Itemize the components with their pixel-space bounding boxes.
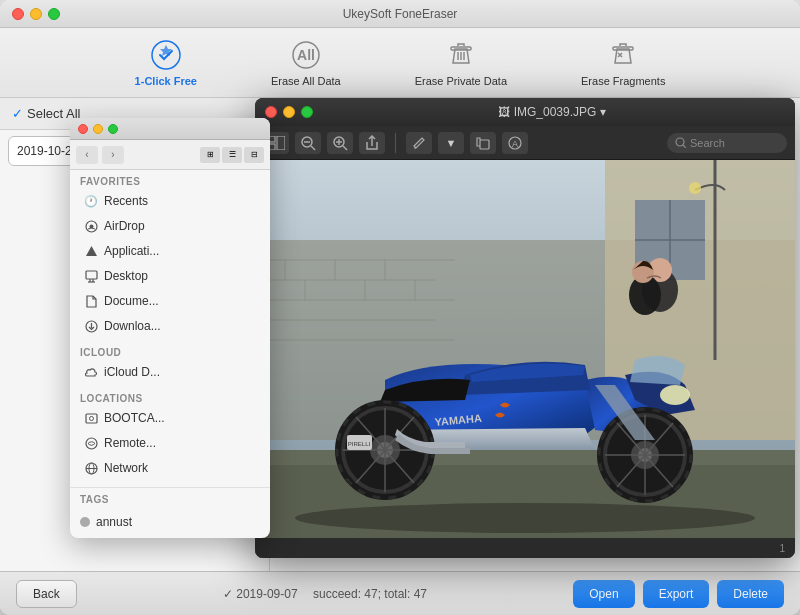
title-bar: UkeySoft FoneEraser — [0, 0, 800, 28]
svg-point-46 — [676, 138, 684, 146]
svg-rect-43 — [480, 140, 489, 149]
locations-section: Locations BOOTCA... Remote... — [70, 387, 270, 483]
delete-button[interactable]: Delete — [717, 580, 784, 608]
bottom-bar: Back ✓ 2019-09-07 succeed: 47; total: 47… — [0, 571, 800, 615]
toolbar-item-erase-private-data[interactable]: Erase Private Data — [403, 33, 519, 93]
svg-point-27 — [89, 416, 93, 420]
sidebar-item-downloads[interactable]: Downloa... — [74, 314, 266, 338]
downloads-icon — [84, 319, 98, 333]
erase-all-data-icon: All — [290, 39, 322, 71]
view-buttons: ⊞ ☰ ⊟ — [200, 147, 264, 163]
date-value-bottom: 2019-09-07 — [236, 587, 297, 601]
svg-point-95 — [295, 503, 755, 533]
zoom-out-button[interactable] — [295, 132, 321, 154]
sidebar-item-remote-label: Remote... — [104, 436, 156, 450]
svg-rect-34 — [277, 136, 285, 150]
list-view-button[interactable]: ☰ — [222, 147, 242, 163]
sidebar-item-network-label: Network — [104, 461, 148, 475]
export-button[interactable]: Export — [643, 580, 710, 608]
app-window: UkeySoft FoneEraser 1-Click Free All — [0, 0, 800, 615]
app-title: UkeySoft FoneEraser — [343, 7, 458, 21]
sidebar-item-airdrop[interactable]: AirDrop — [74, 214, 266, 238]
icloud-icon — [84, 365, 98, 379]
desktop-icon — [84, 269, 98, 283]
back-button[interactable]: Back — [16, 580, 77, 608]
toolbar-item-erase-fragments[interactable]: Erase Fragments — [569, 33, 677, 93]
date-status: ✓ 2019-09-07 — [223, 587, 301, 601]
finder-close-button[interactable] — [78, 124, 88, 134]
erase-private-data-icon — [445, 39, 477, 71]
maximize-button[interactable] — [48, 8, 60, 20]
nav-forward-button[interactable]: › — [102, 146, 124, 164]
sidebar-item-icloud-label: iCloud D... — [104, 365, 160, 379]
export-label: Export — [659, 587, 694, 601]
toolbar-item-one-click-free[interactable]: 1-Click Free — [123, 33, 209, 93]
zoom-in-button[interactable] — [327, 132, 353, 154]
preview-image: YAMAHA PIRELLI 1 — [255, 160, 795, 558]
icon-view-button[interactable]: ⊞ — [200, 147, 220, 163]
one-click-free-icon — [150, 39, 182, 71]
main-content: ✓ Select All 2019-10-29 ▼ — [0, 98, 800, 571]
toolbar-divider — [395, 133, 396, 153]
sidebar-item-bootcamp[interactable]: BOOTCA... — [74, 406, 266, 430]
sidebar-item-desktop[interactable]: Desktop — [74, 264, 266, 288]
sidebar-item-network[interactable]: Network — [74, 456, 266, 480]
applications-icon — [84, 244, 98, 258]
preview-maximize-button[interactable] — [301, 106, 313, 118]
search-box[interactable]: Search — [667, 133, 787, 153]
finder-title-bar — [70, 118, 270, 140]
toolbar-label-one-click-free: 1-Click Free — [135, 75, 197, 87]
select-all-checkmark: ✓ — [12, 106, 23, 121]
svg-line-39 — [343, 146, 347, 150]
annotate-button[interactable]: A — [502, 132, 528, 154]
nav-back-button[interactable]: ‹ — [76, 146, 98, 164]
locations-title: Locations — [70, 393, 270, 404]
remote-icon — [84, 436, 98, 450]
icloud-title: iCloud — [70, 347, 270, 358]
share-button[interactable] — [359, 132, 385, 154]
motorcycle-scene-svg: YAMAHA PIRELLI — [255, 160, 795, 558]
toolbar: 1-Click Free All Erase All Data — [0, 28, 800, 98]
svg-rect-26 — [86, 414, 97, 423]
finder-minimize-button[interactable] — [93, 124, 103, 134]
toolbar-label-erase-all-data: Erase All Data — [271, 75, 341, 87]
network-icon — [84, 461, 98, 475]
svg-point-66 — [689, 182, 701, 194]
svg-text:PIRELLI: PIRELLI — [348, 441, 371, 447]
preview-minimize-button[interactable] — [283, 106, 295, 118]
tag-dot-icon — [80, 517, 90, 527]
expand-button[interactable]: ▼ — [438, 132, 464, 154]
tags-title: Tags — [80, 494, 109, 505]
finder-maximize-button[interactable] — [108, 124, 118, 134]
svg-rect-21 — [86, 271, 97, 279]
sidebar-item-icloud-drive[interactable]: iCloud D... — [74, 360, 266, 384]
minimize-button[interactable] — [30, 8, 42, 20]
toolbar-item-erase-all-data[interactable]: All Erase All Data — [259, 33, 353, 93]
preview-filename-icon: 🖼 — [498, 105, 513, 119]
close-button[interactable] — [12, 8, 24, 20]
open-button[interactable]: Open — [573, 580, 634, 608]
svg-line-47 — [683, 145, 686, 148]
svg-text:All: All — [297, 47, 315, 63]
tags-section: Tags — [70, 487, 270, 511]
traffic-lights — [12, 8, 60, 20]
preview-window: 🖼 IMG_0039.JPG ▾ — [255, 98, 795, 558]
recents-icon: 🕐 — [84, 194, 98, 208]
erase-fragments-icon — [607, 39, 639, 71]
sidebar-item-remote[interactable]: Remote... — [74, 431, 266, 455]
sidebar-item-desktop-label: Desktop — [104, 269, 148, 283]
tag-item[interactable]: annust — [70, 511, 270, 533]
sidebar-item-recents-label: Recents — [104, 194, 148, 208]
column-view-button[interactable]: ⊟ — [244, 147, 264, 163]
finder-nav: ‹ › ⊞ ☰ ⊟ — [70, 140, 270, 170]
open-label: Open — [589, 587, 618, 601]
sidebar-item-documents[interactable]: Docume... — [74, 289, 266, 313]
preview-close-button[interactable] — [265, 106, 277, 118]
page-number: 1 — [779, 543, 785, 554]
copy-button[interactable] — [470, 132, 496, 154]
sidebar-item-recents[interactable]: 🕐 Recents — [74, 189, 266, 213]
sidebar-item-applications[interactable]: Applicati... — [74, 239, 266, 263]
bootcamp-icon — [84, 411, 98, 425]
airdrop-icon — [84, 219, 98, 233]
edit-button[interactable] — [406, 132, 432, 154]
